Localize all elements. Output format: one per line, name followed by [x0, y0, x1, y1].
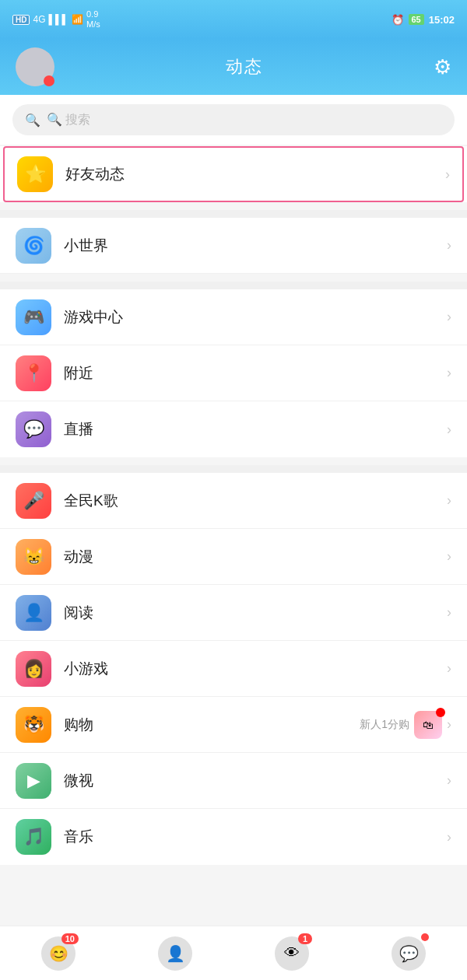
- karaoke-chevron: ›: [447, 492, 451, 509]
- nearby-label: 附近: [64, 363, 447, 383]
- music-label: 音乐: [64, 827, 447, 847]
- karaoke-icon: 🎤: [16, 483, 51, 519]
- menu-item-minigame[interactable]: 👩 小游戏 ›: [0, 641, 467, 697]
- world-chevron: ›: [447, 237, 451, 254]
- search-icon: 🔍: [25, 113, 40, 128]
- menu-list: ⭐ 好友动态 › 🌀 小世界 › 🎮 游戏中心 › 📍: [0, 146, 467, 935]
- bottom-tab-bar: 😊 10 👤 👁 1 💬: [0, 926, 467, 980]
- music-chevron: ›: [447, 829, 451, 845]
- live-chevron: ›: [447, 422, 451, 438]
- game-chevron: ›: [447, 309, 451, 325]
- tab-icon-3: 👁 1: [275, 936, 309, 971]
- menu-item-weishi[interactable]: ▶ 微视 ›: [0, 753, 467, 809]
- menu-item-nearby[interactable]: 📍 附近 ›: [0, 345, 467, 401]
- friends-chevron: ›: [445, 166, 450, 183]
- tab-item-1[interactable]: 😊 10: [41, 936, 75, 971]
- read-icon: 👤: [16, 595, 51, 631]
- menu-item-karaoke[interactable]: 🎤 全民K歌 ›: [0, 473, 467, 529]
- menu-item-world[interactable]: 🌀 小世界 ›: [0, 218, 467, 274]
- avatar-dot: [44, 75, 54, 86]
- nearby-chevron: ›: [447, 365, 451, 381]
- minigame-icon: 👩: [16, 651, 51, 687]
- status-right: ⏰ 65 15:02: [392, 14, 455, 26]
- anime-icon: 😸: [16, 539, 51, 575]
- read-chevron: ›: [447, 604, 451, 621]
- menu-item-shop[interactable]: 🐯 购物 新人1分购 🛍 ›: [0, 697, 467, 753]
- menu-section-friends: ⭐ 好友动态 ›: [0, 146, 467, 202]
- tab-badge-3: 1: [298, 933, 312, 944]
- menu-section-group3: 🎮 游戏中心 › 📍 附近 › 💬 直播 ›: [0, 289, 467, 457]
- wifi-icon: 📶: [72, 14, 83, 25]
- weishi-chevron: ›: [447, 772, 451, 789]
- live-icon: 💬: [16, 411, 51, 447]
- page-title: 动态: [226, 55, 263, 79]
- shop-promo-image: 🛍: [414, 711, 442, 739]
- avatar[interactable]: [16, 47, 54, 86]
- friends-label: 好友动态: [65, 164, 445, 184]
- menu-item-friends[interactable]: ⭐ 好友动态 ›: [3, 146, 464, 202]
- tab-icon-1: 😊 10: [41, 936, 75, 971]
- menu-section-world: 🌀 小世界 ›: [0, 218, 467, 274]
- signal-4g: 4G: [33, 14, 45, 25]
- world-icon: 🌀: [16, 228, 51, 264]
- menu-item-live[interactable]: 💬 直播 ›: [0, 401, 467, 457]
- tab-badge-4: [421, 933, 429, 941]
- shop-dot: [436, 708, 445, 717]
- read-label: 阅读: [64, 603, 447, 623]
- tab-icon-2: 👤: [158, 936, 192, 971]
- minigame-label: 小游戏: [64, 659, 447, 679]
- battery-level: 65: [409, 14, 424, 25]
- hd-badge: HD: [12, 15, 30, 25]
- menu-item-music[interactable]: 🎵 音乐 ›: [0, 809, 467, 865]
- time-display: 15:02: [429, 14, 455, 26]
- status-bar: HD 4G ▌▌▌ 📶 0.9M/s ⏰ 65 15:02: [0, 0, 467, 39]
- menu-item-anime[interactable]: 😸 动漫 ›: [0, 529, 467, 585]
- speed-text: 0.9M/s: [86, 9, 100, 30]
- shop-extra: 新人1分购: [360, 718, 409, 732]
- live-label: 直播: [64, 419, 447, 439]
- shop-label: 购物: [64, 715, 360, 735]
- weishi-icon: ▶: [16, 763, 51, 799]
- separator-2: [0, 282, 467, 289]
- weishi-label: 微视: [64, 771, 447, 791]
- search-bar[interactable]: 🔍 🔍 搜索: [12, 104, 455, 135]
- menu-item-read[interactable]: 👤 阅读 ›: [0, 585, 467, 641]
- nearby-icon: 📍: [16, 355, 51, 391]
- tab-item-4[interactable]: 💬: [392, 936, 426, 971]
- alarm-icon: ⏰: [392, 14, 404, 26]
- menu-item-game[interactable]: 🎮 游戏中心 ›: [0, 289, 467, 345]
- tab-badge-1: 10: [61, 933, 79, 944]
- settings-icon[interactable]: ⚙: [434, 55, 451, 79]
- world-label: 小世界: [64, 236, 447, 256]
- separator-1: [0, 210, 467, 218]
- separator-3: [0, 465, 467, 473]
- tab-item-2[interactable]: 👤: [158, 936, 192, 971]
- menu-section-group4: 🎤 全民K歌 › 😸 动漫 › 👤 阅读 › 👩 小游戏 ›: [0, 473, 467, 865]
- tab-item-3[interactable]: 👁 1: [275, 936, 309, 971]
- karaoke-label: 全民K歌: [64, 491, 447, 511]
- search-container: 🔍 🔍 搜索: [0, 95, 467, 145]
- status-left: HD 4G ▌▌▌ 📶 0.9M/s: [12, 9, 100, 30]
- tab-icon-4: 💬: [392, 936, 426, 971]
- anime-label: 动漫: [64, 547, 447, 567]
- signal-bars: ▌▌▌: [48, 14, 68, 25]
- game-icon: 🎮: [16, 299, 51, 335]
- game-label: 游戏中心: [64, 307, 447, 327]
- shop-chevron: ›: [447, 716, 451, 733]
- minigame-chevron: ›: [447, 660, 451, 677]
- friends-icon: ⭐: [17, 156, 53, 192]
- search-placeholder: 🔍 搜索: [47, 112, 90, 128]
- anime-chevron: ›: [447, 548, 451, 565]
- shop-icon: 🐯: [16, 707, 51, 743]
- music-icon: 🎵: [16, 819, 51, 855]
- header: 动态 ⚙: [0, 39, 467, 95]
